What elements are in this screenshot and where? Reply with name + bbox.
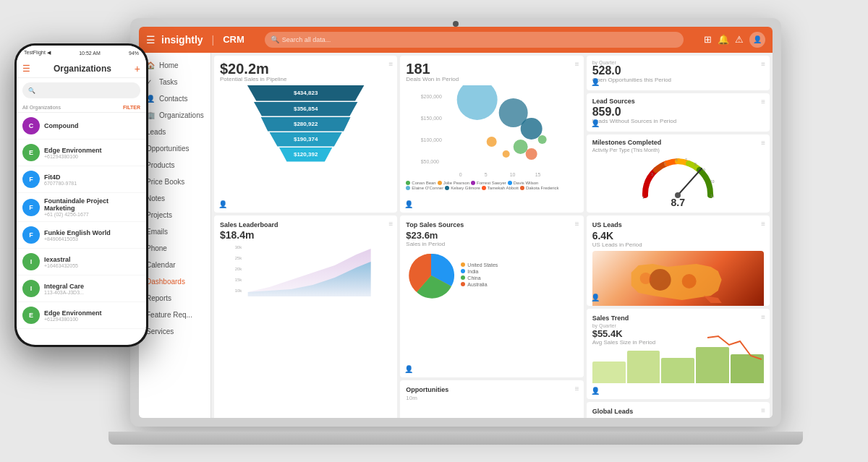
brand-name: insightly <box>161 34 203 46</box>
phone-add-icon[interactable]: + <box>135 63 140 74</box>
sidebar-item-tasks[interactable]: ✓ Tasks <box>139 74 210 90</box>
svg-point-35 <box>681 274 696 288</box>
svg-text:$50,000: $50,000 <box>421 159 439 164</box>
us-leads-number: 6.4K <box>592 230 764 241</box>
opportunities-card: Opportunities 10m ≡ 👤 <box>400 380 583 418</box>
org-name: Fit4D <box>44 174 140 181</box>
user-avatar[interactable]: 👤 <box>749 32 765 48</box>
org-info: Edge Environment +61294380100 <box>44 309 140 322</box>
search-bar[interactable]: 🔍 Search all data... <box>265 32 684 48</box>
funnel-level-5: $120,392 <box>294 151 318 158</box>
phone-container: TestFlight ◀ 10:52 AM 94% ☰ Organization… <box>14 43 148 347</box>
list-item[interactable]: I Iexastral +16463432055 <box>17 249 146 275</box>
sidebar-item-phone[interactable]: Phone <box>139 240 210 257</box>
us-leads-subtitle: US Leads in Period <box>592 241 764 248</box>
sales-trend-title: Sales Trend <box>592 315 764 322</box>
bell-icon[interactable]: 🔔 <box>718 34 729 45</box>
list-item[interactable]: I Integral Care 113-403A-J3D3... <box>17 275 146 302</box>
sidebar-item-reports[interactable]: Reports <box>139 290 210 307</box>
org-avatar: I <box>22 280 40 297</box>
sidebar-item-contacts[interactable]: 👤 Contacts <box>139 90 210 107</box>
sidebar-item-feature[interactable]: Feature Req... <box>139 307 210 323</box>
org-avatar: F <box>22 226 40 244</box>
sources-menu-icon[interactable]: ≡ <box>575 220 579 228</box>
us-leads-menu-icon[interactable]: ≡ <box>761 220 765 228</box>
sales-leaderboard-card: Sales Leaderboard $18.4m <box>214 215 397 418</box>
org-phone: 113-403A-J3D3... <box>44 290 140 295</box>
funnel-level-1: $434,823 <box>294 90 318 96</box>
svg-text:7: 7 <box>685 158 687 162</box>
bubble-chart: $200,000 $150,000 $100,000 $50,000 <box>406 85 577 179</box>
sidebar-item-services[interactable]: Services <box>139 323 210 340</box>
opp-card-menu-icon[interactable]: ≡ <box>575 385 579 393</box>
phone-screen: TestFlight ◀ 10:52 AM 94% ☰ Organization… <box>17 46 146 345</box>
sidebar-item-emails[interactable]: Emails <box>139 223 210 240</box>
opp-menu-icon[interactable]: ≡ <box>761 60 765 68</box>
svg-point-9 <box>503 150 510 158</box>
us-map <box>592 251 764 306</box>
milestones-menu-icon[interactable]: ≡ <box>761 139 765 147</box>
svg-text:9: 9 <box>703 168 705 172</box>
list-item[interactable]: C Compound <box>17 113 146 140</box>
laptop-body: ☰ insightly | CRM 🔍 Search all data... ⊞… <box>130 18 781 427</box>
bottom-small-cards: Opportunities 10m ≡ 👤 <box>400 380 583 418</box>
gauge-chart: 1 3 5 6 7 8 9 10 11 <box>638 155 718 202</box>
phone-hamburger-icon[interactable]: ☰ <box>22 64 30 74</box>
dashboard-main: $20.2m Potential Sales in Pipeline $434,… <box>211 53 773 418</box>
sidebar-item-opportunities[interactable]: Opportunities <box>139 140 210 157</box>
notification-icon[interactable]: ⚠ <box>735 34 744 45</box>
funnel-total: $20.2m <box>220 61 391 76</box>
phone-org-list: C Compound E Edge Environment +612943801… <box>17 113 146 345</box>
sidebar-item-home[interactable]: 🏠 Home <box>139 57 210 74</box>
global-leads-card: Global Leads 628.0 ≡ <box>587 402 770 418</box>
svg-line-26 <box>678 168 702 195</box>
org-name: Edge Environment <box>44 309 140 317</box>
sidebar-item-projects[interactable]: Projects <box>139 207 210 223</box>
org-info: Edge Environment +61294380100 <box>44 147 140 159</box>
sidebar-item-dashboards[interactable]: Dashboards <box>139 273 210 290</box>
sidebar-item-calendar[interactable]: Calendar <box>139 257 210 273</box>
list-item[interactable]: F Funkie English World +84906415053 <box>17 222 146 249</box>
trend-menu-icon[interactable]: ≡ <box>761 313 765 321</box>
lead-person-icon: 👤 <box>591 119 600 127</box>
sidebar-item-pricebooks[interactable]: Price Books <box>139 174 210 190</box>
lead-menu-icon[interactable]: ≡ <box>761 98 765 106</box>
deals-menu-icon[interactable]: ≡ <box>575 60 579 68</box>
phone-time: 10:52 AM <box>79 51 101 56</box>
sidebar-item-leads[interactable]: Leads <box>139 124 210 140</box>
milestones-value: 8.7 <box>671 197 685 208</box>
grid-icon[interactable]: ⊞ <box>704 34 712 45</box>
lead-sources-title: Lead Sources <box>592 98 764 105</box>
leaderboard-menu-icon[interactable]: ≡ <box>388 220 393 228</box>
sidebar-item-products[interactable]: Products <box>139 157 210 174</box>
sidebar-item-notes[interactable]: Notes <box>139 190 210 207</box>
list-item[interactable]: E Edge Environment +61294380100 <box>17 302 146 329</box>
opp-title: Opportunities <box>406 386 577 393</box>
phone-search-bar[interactable]: 🔍 <box>22 82 140 98</box>
crm-header: ☰ insightly | CRM 🔍 Search all data... ⊞… <box>139 27 773 53</box>
svg-text:3: 3 <box>651 172 653 176</box>
open-opp-number: 528.0 <box>592 65 764 77</box>
svg-point-36 <box>639 273 651 284</box>
list-item[interactable]: F Fountaindale Project Marketing +61 (02… <box>17 193 146 222</box>
org-avatar: C <box>22 117 40 134</box>
filter-button[interactable]: FILTER <box>123 105 140 110</box>
svg-text:$100,000: $100,000 <box>421 137 442 142</box>
trend-line-chart <box>707 330 765 367</box>
global-menu-icon[interactable]: ≡ <box>761 406 765 414</box>
svg-text:30k: 30k <box>235 245 243 249</box>
sidebar-item-organizations[interactable]: 🏢 Organizations <box>139 107 210 124</box>
list-item[interactable]: E Edge Environment +61294380100 <box>17 140 146 166</box>
top-sources-card: Top Sales Sources $23.6m Sales in Period <box>400 215 583 377</box>
lead-sources-subtitle: Leads Without Sources in Period <box>592 118 764 124</box>
svg-text:11: 11 <box>710 194 715 198</box>
funnel-card: $20.2m Potential Sales in Pipeline $434,… <box>214 56 397 213</box>
svg-text:15: 15 <box>535 172 541 177</box>
phone-filter-bar: All Organizations FILTER <box>17 103 146 113</box>
card-menu-icon[interactable]: ≡ <box>388 60 393 68</box>
org-phone: +61294380100 <box>44 154 140 159</box>
list-item[interactable]: F Fit4D 6707780-9781 <box>17 166 146 193</box>
svg-text:$150,000: $150,000 <box>421 116 442 121</box>
laptop-container: ☰ insightly | CRM 🔍 Search all data... ⊞… <box>130 18 781 445</box>
lead-sources-card: Lead Sources 859.0 Leads Without Sources… <box>587 93 770 132</box>
